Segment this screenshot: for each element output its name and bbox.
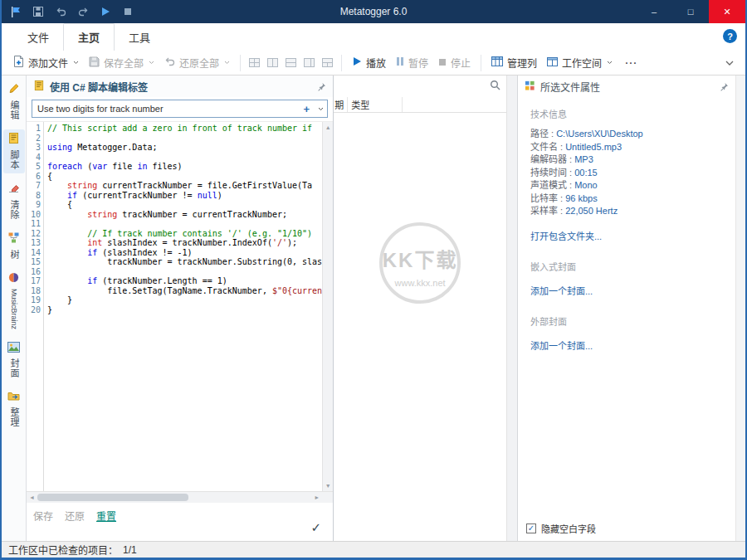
file-list-body[interactable]: KK下载 www.kkx.net	[334, 113, 506, 541]
property-link[interactable]: 添加一个封面...	[530, 338, 729, 352]
layout-grid-icon[interactable]	[249, 58, 260, 67]
layout-main-side-icon[interactable]	[304, 58, 315, 67]
code-line[interactable]: // This script add a zero in front of tr…	[47, 124, 322, 134]
sidebar-item-musicbrainz[interactable]: MusicBrainz	[3, 269, 25, 333]
file-list-scrollbar[interactable]	[506, 75, 518, 541]
workspace-icon	[547, 57, 558, 69]
script-preset-dropdown[interactable]: Use two digits for track number +	[32, 100, 328, 118]
code-line[interactable]: {	[47, 200, 322, 210]
workspace-button[interactable]: 工作空间	[542, 52, 618, 73]
scrollbar-track[interactable]	[37, 492, 311, 503]
status-value: 1/1	[123, 544, 137, 556]
scroll-up-icon[interactable]: ▲	[325, 124, 331, 130]
scroll-right-icon[interactable]: ►	[311, 494, 322, 500]
line-number: 10	[27, 210, 41, 220]
property-link[interactable]: 添加一个封面...	[530, 284, 729, 297]
script-panel-header: 使用 C# 脚本编辑标签	[27, 75, 333, 97]
code-line[interactable]: }	[47, 305, 322, 315]
horizontal-scrollbar[interactable]: ◄ ►	[27, 491, 333, 503]
sidebar-item-label: MusicBrainz	[10, 289, 17, 329]
pin-icon[interactable]	[720, 82, 729, 91]
restore-all-button[interactable]: 还原全部	[159, 52, 235, 73]
sidebar-item-purge[interactable]: 清除	[3, 179, 25, 223]
properties-scrollbar[interactable]	[735, 75, 745, 541]
quick-redo-icon[interactable]	[76, 5, 90, 18]
code-line[interactable]: foreach (var file in files)	[47, 162, 322, 172]
script-panel-footer: 保存 还原 重置	[27, 503, 333, 541]
code-line[interactable]: {	[47, 172, 322, 182]
sidebar-item-edit[interactable]: 编辑	[3, 80, 25, 124]
column-header[interactable]: 类型	[348, 97, 403, 112]
code-line[interactable]	[47, 134, 322, 144]
maximize-button[interactable]: □	[672, 0, 709, 23]
scroll-down-icon[interactable]: ▼	[325, 483, 331, 489]
code-line[interactable]: if (trackNumber.Length == 1)	[47, 276, 322, 286]
property-row: 比特率 : 96 kbps	[530, 192, 729, 206]
manage-columns-icon	[491, 56, 503, 69]
code-line[interactable]	[47, 153, 322, 163]
collapse-ribbon-button[interactable]	[720, 61, 739, 66]
quick-undo-icon[interactable]	[54, 5, 67, 18]
quick-play-icon[interactable]	[99, 5, 112, 18]
code-line[interactable]: using Metatogger.Data;	[47, 143, 322, 153]
code-line[interactable]: string currentTrackNumber = file.GetFirs…	[47, 181, 322, 191]
file-list-toolbar	[334, 75, 506, 97]
chevron-down-icon[interactable]	[314, 100, 327, 117]
script-icon	[33, 80, 45, 94]
add-files-button[interactable]: 添加文件	[8, 52, 84, 73]
more-button[interactable]: ⋯	[618, 56, 644, 71]
quick-stop-icon[interactable]	[121, 5, 134, 18]
script-restore-link[interactable]: 还原	[65, 509, 85, 523]
properties-panel: 所选文件属性 技术信息路径 : C:\Users\XU\Desktop文件名 :…	[518, 75, 735, 541]
code-line[interactable]: string trackNumber = currentTrackNumber;	[47, 210, 322, 220]
help-button[interactable]: ?	[723, 29, 737, 43]
quick-save-icon[interactable]	[32, 5, 45, 18]
scrollbar-thumb[interactable]	[37, 494, 188, 501]
tab-tools[interactable]: 工具	[115, 24, 164, 51]
column-header[interactable]: 期	[334, 97, 348, 112]
stop-button[interactable]: 停止	[433, 52, 476, 73]
code-line[interactable]	[47, 219, 322, 229]
code-line[interactable]: // If track number contains '/' (e.g. "1…	[47, 229, 322, 239]
line-number: 2	[27, 134, 41, 144]
code-line[interactable]: }	[47, 295, 322, 305]
toolbar-separator	[481, 55, 481, 71]
code-editor[interactable]: 1234567891011121314151617181920 // This …	[27, 121, 333, 491]
pause-button[interactable]: 暂停	[391, 52, 433, 73]
tab-file[interactable]: 文件	[13, 24, 63, 51]
script-save-link[interactable]: 保存	[33, 509, 53, 523]
close-button[interactable]: ✕	[709, 0, 745, 23]
save-all-button[interactable]: 保存全部	[84, 52, 159, 73]
code-line[interactable]: trackNumber = trackNumber.Substring(0, s…	[47, 257, 322, 267]
code-line[interactable]: int slashIndex = trackNumber.IndexOf('/'…	[47, 238, 322, 248]
hide-empty-checkbox[interactable]: ✓	[526, 523, 536, 533]
manage-columns-button[interactable]: 管理列	[486, 52, 542, 73]
add-script-button[interactable]: +	[300, 103, 315, 115]
sidebar-item-script[interactable]: 脚本	[3, 129, 25, 173]
sidebar-item-tree[interactable]: 树	[3, 229, 25, 263]
search-icon[interactable]	[490, 79, 500, 94]
code-line[interactable]: if (currentTrackNumber != null)	[47, 191, 322, 201]
code-line[interactable]	[47, 267, 322, 277]
workspace-label: 工作空间	[562, 56, 602, 70]
layout-split-icon[interactable]	[322, 58, 333, 67]
line-number: 11	[27, 219, 41, 229]
hide-empty-label: 隐藏空白字段	[541, 522, 596, 535]
layout-columns-icon[interactable]	[267, 58, 278, 67]
code-lines[interactable]: // This script add a zero in front of tr…	[44, 122, 322, 491]
toolbar-separator	[341, 55, 342, 71]
play-button[interactable]: 播放	[347, 52, 391, 73]
vertical-scrollbar[interactable]: ▲ ▼	[322, 122, 333, 491]
code-line[interactable]: if (slashIndex != -1)	[47, 248, 322, 258]
pin-icon[interactable]	[317, 82, 326, 91]
layout-rows-icon[interactable]	[286, 58, 296, 67]
tab-home[interactable]: 主页	[63, 23, 115, 51]
sidebar-item-organize[interactable]: 整理	[3, 387, 25, 431]
code-line[interactable]: file.SetTag(TagName.TrackNumber, $"0{cur…	[47, 286, 322, 296]
script-reset-link[interactable]: 重置	[96, 509, 116, 523]
property-link[interactable]: 打开包含文件夹...	[530, 229, 729, 242]
sidebar-item-cover[interactable]: 封面	[3, 338, 25, 382]
sidebar-item-label: 清除	[9, 200, 18, 220]
scroll-left-icon[interactable]: ◄	[27, 494, 37, 500]
minimize-button[interactable]: –	[636, 0, 672, 23]
